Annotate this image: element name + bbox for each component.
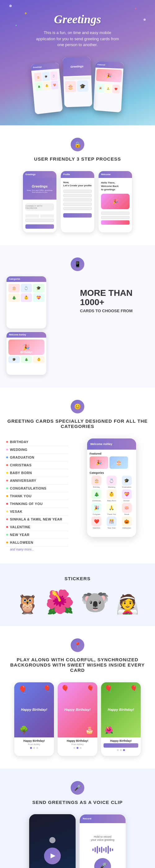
- bg-phone-2: 🎈 🎈 Happy Birthday! 🎂 Happy Birthday! Fr…: [57, 682, 98, 756]
- categories-section: 😊 GREETING CARDS SPECIALLY DESIGNED FOR …: [0, 388, 155, 563]
- voice-icon: 🎤: [71, 781, 84, 795]
- sticker-flowers: 🌺: [45, 590, 74, 614]
- bg-icon: 📍: [71, 639, 84, 652]
- cat-grid-babyborn: 👶 Baby Born: [105, 489, 119, 502]
- sticker-owl: 🦉: [16, 595, 39, 614]
- category-anniversary: ANNIVERSARY: [6, 477, 68, 485]
- step-phones: Greetings Greetings Easy, Fun and 1000+ …: [6, 171, 149, 233]
- bg-phone-3: 🎈 🎈 Happy Birthday! 🌺 Happy Birthday!: [101, 682, 141, 756]
- sticker-bride: 👰: [116, 595, 139, 614]
- cards-count: MORE THAN 1000+: [80, 288, 149, 308]
- step-icon: 🔒: [71, 138, 84, 151]
- hero-phone-right: Featured 🎉 🎉 🙏 ❤️: [93, 61, 124, 112]
- cards-desc: CARDS TO CHOOSE FROM: [80, 309, 149, 313]
- step-phone-2: Profile Now,Let's Create your profile: [60, 171, 95, 233]
- voice-title: SEND GREETINGS AS A VOICE CLIP: [6, 800, 149, 805]
- stickers-row: 🦉 🌺 🐨 👰: [6, 590, 149, 614]
- voice-phone-1: Tap to play: [29, 814, 76, 868]
- categories-icon: 😊: [71, 400, 84, 413]
- step-section: 🔒 USER FRIENDLY 3 STEP PROCESS Greetings…: [0, 125, 155, 245]
- welcome-phone: Welcome Ashley Featured 🎉 🎂 Categories 🎂…: [87, 438, 136, 537]
- category-christmas: CHRISTMAS: [6, 461, 68, 469]
- stickers-title: STICKERS: [6, 576, 149, 581]
- step-title: USER FRIENDLY 3 STEP PROCESS: [6, 156, 149, 161]
- category-graduation: GRADUATION: [6, 454, 68, 461]
- cat-grid-birthday: 🎂 Birthday: [89, 476, 104, 488]
- bg-title: PLAY ALONG WITH COLORFUL, SYNCHRONIZED B…: [6, 657, 149, 673]
- voice-phones-row: Tap to play Record Hold to recordyour vo…: [6, 814, 149, 868]
- voice-phone-2: Record Hold to recordyour voice greeting: [79, 814, 126, 868]
- bg-phones-row: 🎈 🎈 Happy Birthday! 🌳 Happy Birthday! Fr…: [6, 682, 149, 756]
- step-phone-3: Welcome Hello There,Welcome Backto greet…: [98, 171, 132, 233]
- stickers-section: STICKERS 🦉 🌺 🐨 👰: [0, 563, 155, 626]
- category-newyear: NEW YEAR: [6, 531, 68, 539]
- hero-phone-center: Greetings 🎂 🎓: [62, 57, 93, 107]
- hero-title: Greetings: [6, 12, 149, 26]
- category-congratulations: CONGRATULATIONS: [6, 485, 68, 492]
- hero-subtitle: This is a fun, on time and easy mobile a…: [34, 30, 121, 48]
- category-valentine: VALENTINE: [6, 523, 68, 531]
- voice-section: 🎤 SEND GREETINGS AS A VOICE CLIP Tap to …: [0, 769, 155, 868]
- cards-phone-2: Welcome Ashley 🎉 Birthday! 🎓 🎄 👶: [6, 332, 47, 375]
- cat-grid-graduation: 🎓 Graduation: [120, 476, 134, 488]
- cat-grid-valentine: ❤️ Valentine: [89, 517, 104, 529]
- category-thinkingofyou: THINKING OF YOU: [6, 500, 68, 508]
- hero-phones: Greetings 🎂 🎓 💍 🎄 👶 💝 Greeting: [6, 57, 149, 107]
- cards-section: 📱 Categories 🎂 💍 🎓 🎄 👶 💝: [0, 245, 155, 388]
- category-wedding: WEDDING: [6, 446, 68, 454]
- sticker-bear: 🐨: [81, 590, 110, 614]
- cat-grid-congrats: 🎉 Congrats: [89, 503, 104, 515]
- cards-phone-1: Categories 🎂 💍 🎓 🎄 👶 💝: [6, 276, 47, 329]
- cat-grid-vesak: 🪷 Vesak: [120, 503, 134, 515]
- step-phone-1: Greetings Greetings Easy, Fun and 1000+ …: [23, 171, 57, 233]
- cards-icon: 📱: [71, 257, 84, 271]
- categories-layout: BIRTHDAY WEDDING GRADUATION CHRISTMAS BA…: [6, 438, 149, 551]
- category-babyborn: BABY BORN: [6, 469, 68, 477]
- welcome-phone-col: Welcome Ashley Featured 🎉 🎂 Categories 🎂…: [74, 438, 149, 537]
- hero-section: Greetings This is a fun, on time and eas…: [0, 0, 155, 125]
- cat-grid-wedding: 💍 Wedding: [105, 476, 119, 488]
- category-halloween: HALLOWEEN: [6, 539, 68, 547]
- category-vesak: VESAK: [6, 508, 68, 516]
- categories-title: GREETING CARDS SPECIALLY DESIGNED FOR AL…: [6, 418, 149, 429]
- hero-phone-left: Greetings 🎂 🎓 💍 🎄 👶 💝: [31, 63, 62, 115]
- cards-text: MORE THAN 1000+ CARDS TO CHOOSE FROM: [80, 276, 149, 313]
- category-thankyou: THANK YOU: [6, 492, 68, 500]
- cat-grid-anniversary: 💝 Anniver.: [120, 489, 134, 502]
- voice-waveform: [93, 845, 113, 855]
- bg-phone-1: 🎈 🎈 Happy Birthday! 🌳 Happy Birthday! Fr…: [14, 682, 54, 756]
- cards-layout: Categories 🎂 💍 🎓 🎄 👶 💝 Welcome A: [6, 276, 149, 375]
- categories-more: and many more...: [6, 548, 68, 551]
- categories-list: BIRTHDAY WEDDING GRADUATION CHRISTMAS BA…: [6, 438, 68, 551]
- cat-grid-newyear: 🎊 New Year: [105, 517, 119, 529]
- cat-grid-thankyou: 🙏 Thank You: [105, 503, 119, 515]
- category-sinhala: SINHALA & TAMIL NEW YEAR: [6, 516, 68, 523]
- category-birthday: BIRTHDAY: [6, 438, 68, 446]
- cat-grid-christmas: 🎄 Christmas: [89, 489, 104, 502]
- bg-section: 📍 PLAY ALONG WITH COLORFUL, SYNCHRONIZED…: [0, 626, 155, 769]
- cards-phones: Categories 🎂 💍 🎓 🎄 👶 💝 Welcome A: [6, 276, 75, 375]
- cat-grid-halloween: 🎃 Halloween: [120, 517, 134, 529]
